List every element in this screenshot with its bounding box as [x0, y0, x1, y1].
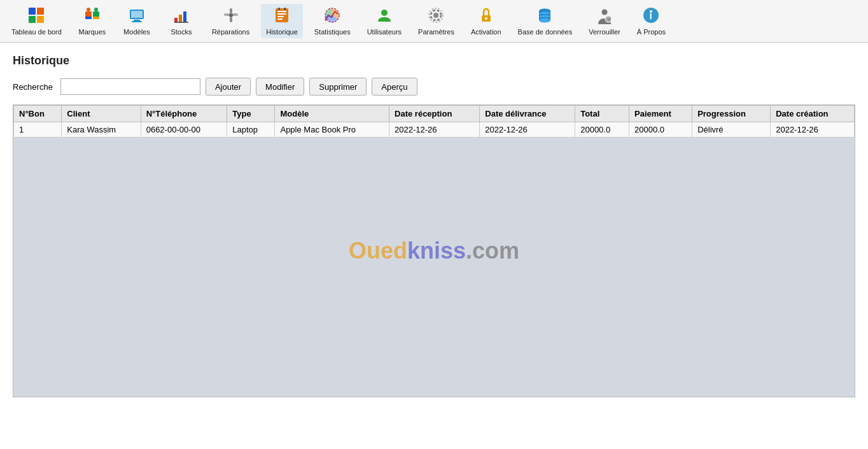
svg-point-30: [381, 10, 388, 16]
svg-point-42: [539, 18, 550, 23]
svg-text:✓: ✓: [607, 17, 612, 22]
table-cell: 1: [14, 122, 62, 138]
data-table: N°Bon Client N°Téléphone Type Modèle Dat…: [13, 105, 855, 138]
table-cell: 2022-12-26: [480, 122, 575, 138]
nav-item-utilisateurs[interactable]: Utilisateurs: [362, 4, 407, 38]
svg-point-9: [94, 8, 98, 11]
nav-item-tableau-de-bord[interactable]: Tableau de bord: [6, 4, 67, 38]
table-cell: 0662-00-00-00: [141, 122, 227, 138]
nav-item-parametres[interactable]: Paramètres: [413, 4, 459, 38]
watermark-kniss: kniss: [407, 238, 466, 264]
nav-label-historique: Historique: [266, 28, 298, 36]
statistiques-icon: [323, 6, 341, 27]
col-client: Client: [62, 106, 141, 122]
svg-rect-23: [277, 11, 286, 12]
col-progression: Progression: [692, 106, 771, 122]
add-button[interactable]: Ajouter: [206, 78, 251, 96]
col-paiement: Paiement: [629, 106, 692, 122]
col-nbon: N°Bon: [14, 106, 62, 122]
svg-rect-28: [284, 8, 286, 10]
nav-item-activation[interactable]: Activation: [466, 4, 507, 38]
svg-rect-25: [277, 16, 284, 17]
delete-button[interactable]: Supprimer: [309, 78, 367, 96]
table-cell: 20000.0: [629, 122, 692, 138]
col-modele: Modèle: [275, 106, 389, 122]
svg-rect-15: [179, 15, 182, 22]
toolbar: Recherche Ajouter Modifier Supprimer Ape…: [13, 78, 855, 96]
a-propos-icon: i: [642, 6, 660, 27]
nav-label-a-propos: À Propos: [637, 28, 666, 36]
col-total: Total: [575, 106, 629, 122]
svg-rect-16: [183, 11, 186, 22]
nav-label-modeles: Modèles: [123, 28, 150, 36]
dashboard-icon: [27, 6, 45, 27]
nav-label-verrouiller: Verrouiller: [589, 28, 620, 36]
nav-item-base-de-donnees[interactable]: Base de données: [513, 4, 578, 38]
table-cell: Laptop: [227, 122, 275, 138]
nav-label-statistiques: Statistiques: [314, 28, 351, 36]
svg-rect-6: [85, 17, 92, 19]
nav-item-modeles[interactable]: Modèles: [118, 4, 156, 38]
historique-icon: [273, 6, 291, 27]
nav-label-marques: Marques: [79, 28, 106, 36]
nav-item-a-propos[interactable]: i À Propos: [632, 4, 671, 38]
col-date-creation: Date création: [771, 106, 855, 122]
reparations-icon: [222, 6, 240, 27]
nav-item-statistiques[interactable]: Statistiques: [309, 4, 356, 38]
table-header-row: N°Bon Client N°Téléphone Type Modèle Dat…: [14, 106, 855, 122]
nav-label-parametres: Paramètres: [418, 28, 454, 36]
search-input[interactable]: [60, 78, 200, 95]
svg-rect-18: [230, 8, 232, 13]
table-row[interactable]: 1Kara Wassim0662-00-00-00LaptopApple Mac…: [14, 122, 855, 138]
table-cell: 2022-12-26: [771, 122, 855, 138]
nav-label-tableau-de-bord: Tableau de bord: [11, 28, 62, 36]
col-type: Type: [227, 106, 275, 122]
activation-icon: [477, 6, 495, 27]
nav-item-verrouiller[interactable]: ✓ Verrouiller: [584, 4, 626, 38]
stocks-icon: [172, 6, 190, 27]
nav-item-marques[interactable]: Marques: [73, 4, 111, 38]
table-cell: Délivré: [692, 122, 771, 138]
svg-rect-2: [29, 16, 36, 23]
search-label: Recherche: [13, 82, 53, 92]
modeles-icon: [128, 6, 146, 27]
table-cell: 2022-12-26: [389, 122, 480, 138]
col-date-delivrance: Date délivrance: [480, 106, 575, 122]
svg-point-8: [87, 8, 90, 11]
edit-button[interactable]: Modifier: [256, 78, 304, 96]
marques-icon: [83, 6, 101, 27]
nav-item-stocks[interactable]: Stocks: [162, 4, 200, 38]
svg-rect-12: [134, 20, 140, 21]
main-content: Historique Recherche Ajouter Modifier Su…: [0, 43, 868, 409]
nav-label-activation: Activation: [471, 28, 501, 36]
svg-rect-7: [93, 17, 99, 19]
svg-rect-26: [277, 18, 283, 20]
svg-rect-11: [131, 11, 143, 18]
page-title: Historique: [13, 54, 855, 68]
svg-rect-3: [37, 16, 44, 23]
preview-button[interactable]: Aperçu: [372, 78, 417, 96]
nav-item-historique[interactable]: Historique: [261, 4, 303, 38]
svg-rect-20: [230, 17, 232, 22]
parametres-icon: [427, 6, 445, 27]
svg-point-21: [229, 13, 233, 17]
svg-point-35: [485, 17, 487, 20]
svg-rect-14: [174, 18, 178, 22]
svg-rect-27: [278, 8, 280, 10]
nav-label-reparations: Réparations: [212, 28, 249, 36]
svg-rect-13: [132, 21, 142, 22]
nav-label-stocks: Stocks: [171, 28, 192, 36]
table-cell: 20000.0: [575, 122, 629, 138]
nav-label-utilisateurs: Utilisateurs: [367, 28, 402, 36]
svg-point-43: [602, 10, 608, 15]
base-de-donnees-icon: [536, 6, 554, 27]
svg-rect-24: [277, 13, 286, 15]
verrouiller-icon: ✓: [596, 6, 613, 27]
nav-item-reparations[interactable]: Réparations: [207, 4, 255, 38]
navbar: Tableau de bord Marques Modèles: [0, 0, 868, 43]
svg-rect-22: [276, 8, 288, 22]
col-telephone: N°Téléphone: [141, 106, 227, 122]
watermark-oued: Oued: [349, 238, 407, 264]
svg-rect-0: [29, 8, 36, 15]
col-date-reception: Date réception: [389, 106, 480, 122]
